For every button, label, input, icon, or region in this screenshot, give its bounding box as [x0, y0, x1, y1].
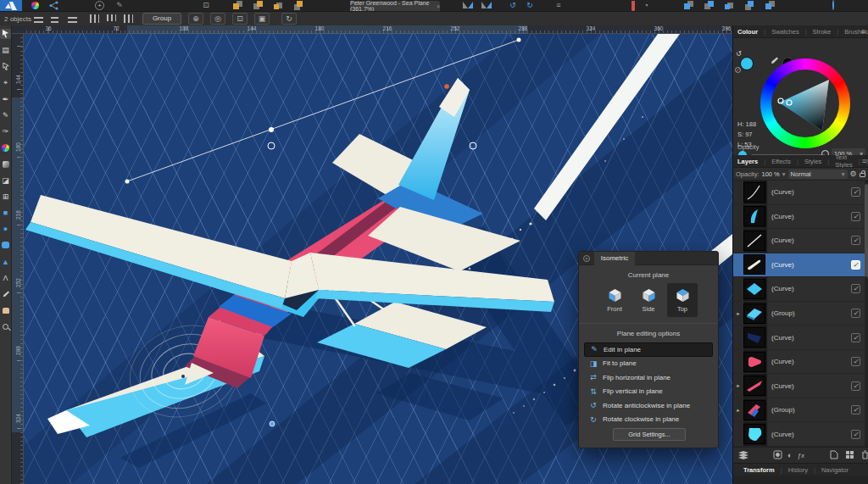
snapping-magnet-icon[interactable] [627, 1, 639, 10]
rectangle-tool[interactable]: ■ [0, 208, 11, 218]
layer-visibility-checkbox[interactable]: ✓ [851, 284, 860, 293]
triangle-tool[interactable]: ▲ [0, 257, 11, 267]
layer-thumbnail[interactable] [743, 424, 765, 444]
fill-colour-swatch[interactable] [740, 57, 754, 70]
colour-picker-tool[interactable] [0, 289, 11, 299]
layer-row[interactable]: (Curve) ✓ [733, 205, 868, 230]
colour-wheel[interactable] [760, 58, 850, 148]
layer-settings-gear-icon[interactable]: ⚙ [850, 170, 857, 178]
panel-menu-icon[interactable]: ≡ [861, 27, 865, 36]
delete-layer-icon[interactable] [861, 450, 868, 461]
layer-thumbnail[interactable] [743, 182, 765, 203]
document-tab[interactable]: Peter Greenwood - Sea Plane (361.7%) × [350, 1, 440, 11]
node-handle[interactable] [270, 421, 275, 426]
place-image-tool[interactable]: ◪ [0, 175, 11, 186]
layer-row[interactable]: ► (Group) ✓ [733, 302, 868, 326]
fit-to-plane-option[interactable]: ◨ Fit to plane [584, 357, 713, 371]
rotate-ccw-icon[interactable]: ↺ [507, 1, 519, 10]
move-by-whole-pixels-icon[interactable] [607, 1, 619, 10]
layer-thumbnail[interactable] [743, 303, 765, 324]
isometric-panel-titlebar[interactable]: × Isometric [579, 252, 718, 265]
expand-icon[interactable]: ► [733, 383, 743, 388]
document-close-icon[interactable]: × [437, 3, 440, 9]
layer-thumbnail[interactable] [743, 231, 765, 251]
geometry-full-icon[interactable] [807, 1, 819, 10]
node-tool[interactable] [0, 61, 11, 71]
show-grid-icon[interactable] [159, 1, 171, 10]
grid-settings-button[interactable]: Grid Settings... [613, 428, 686, 441]
tab-effects[interactable]: Effects [771, 158, 791, 165]
layer-visibility-checkbox[interactable]: ✓ [851, 260, 860, 270]
tab-styles[interactable]: Styles [804, 158, 821, 165]
no-colour-swatch[interactable] [735, 67, 741, 73]
layer-stack-icon[interactable] [737, 450, 749, 461]
contour-tool[interactable]: ⌖ [0, 78, 11, 88]
transform-origin-icon[interactable]: ⊕ [188, 13, 203, 25]
layer-visibility-checkbox[interactable]: ✓ [851, 236, 860, 245]
select-box-icon[interactable]: ⊡ [232, 13, 248, 25]
boolean-combine-icon[interactable] [760, 1, 771, 10]
align-center-icon[interactable] [51, 14, 58, 23]
layer-thumbnail[interactable] [743, 254, 765, 275]
boolean-subtract-icon[interactable] [698, 1, 710, 10]
vector-crop-tool[interactable]: ⊞ [0, 192, 11, 202]
align-right-icon[interactable] [68, 14, 77, 23]
vector-brush-tool[interactable]: ✑ [0, 126, 11, 136]
rotation-handle[interactable] [268, 142, 275, 149]
caret-down-icon[interactable]: ▾ [782, 170, 786, 178]
horizontal-ruler[interactable]: 36 72 108 144 180 216 252 288 324 360 39… [24, 25, 732, 34]
layer-row[interactable]: (Curve) ✓ [733, 422, 868, 447]
snapping-caret-icon[interactable]: ▾ [641, 1, 653, 10]
selection-handle[interactable] [125, 180, 130, 184]
align-bottom-icon[interactable] [124, 14, 133, 23]
view-tool[interactable] [0, 305, 11, 315]
layer-visibility-checkbox[interactable]: ✓ [851, 430, 860, 439]
layer-thumbnail[interactable] [743, 376, 765, 396]
artboard-tool[interactable]: ▤ [0, 45, 11, 55]
ellipse-tool[interactable]: ● [0, 224, 11, 234]
layer-visibility-checkbox[interactable]: ✓ [851, 381, 860, 391]
tab-colour[interactable]: Colour [737, 28, 758, 36]
corner-tool[interactable]: Λ [0, 273, 11, 283]
pixel-persona-icon[interactable] [29, 1, 41, 10]
layers-scrollbar[interactable] [865, 181, 868, 447]
align-left-icon[interactable] [34, 14, 43, 23]
fill-tool[interactable] [0, 142, 11, 153]
flip-vertical-in-plane-option[interactable]: ⇅ Flip vertical in plane [584, 385, 713, 399]
colour-triangle[interactable] [760, 58, 850, 148]
pencil-tool[interactable]: ✎ [0, 110, 11, 120]
add-group-icon[interactable] [845, 450, 854, 461]
geometry-half-icon[interactable] [827, 1, 839, 10]
expand-icon[interactable]: ► [733, 408, 743, 413]
app-logo-icon[interactable] [0, 0, 22, 11]
layer-row[interactable]: ► (Curve) ✓ [733, 374, 868, 398]
force-pixel-alignment-icon[interactable] [587, 1, 598, 10]
transparency-tool[interactable] [0, 159, 11, 170]
plane-top-button[interactable]: Top [667, 283, 698, 317]
edit-all-layers-icon[interactable]: ▣ [254, 13, 270, 25]
boolean-divide-icon[interactable] [739, 1, 751, 10]
blend-mode-dropdown[interactable]: Normal ▾ [788, 170, 848, 179]
alignment-menu-icon[interactable]: ≡ [553, 1, 565, 10]
hide-selection-icon[interactable]: ◎ [210, 13, 225, 25]
add-layer-icon[interactable] [830, 450, 838, 461]
align-middle-icon[interactable] [107, 14, 116, 21]
mask-layer-icon[interactable] [773, 450, 782, 461]
tab-swatches[interactable]: Swatches [771, 28, 799, 36]
flip-vertical-icon[interactable] [481, 1, 492, 10]
scrollbar-thumb[interactable] [865, 184, 868, 277]
vertical-ruler[interactable]: 144 180 216 252 288 324 [12, 34, 24, 484]
tab-text-styles[interactable]: Text Styles [835, 153, 852, 169]
tab-history[interactable]: History [788, 466, 808, 474]
adjustment-layer-icon[interactable]: ◐ [787, 451, 792, 459]
expand-icon[interactable]: ► [733, 311, 743, 316]
pen-tool[interactable]: ✒ [0, 94, 11, 104]
geometry-quarter-icon[interactable] [848, 1, 860, 10]
zoom-tool[interactable] [0, 321, 11, 331]
pixel-view-icon[interactable]: ⊡ [200, 1, 212, 10]
layer-visibility-checkbox[interactable]: ✓ [851, 187, 860, 197]
layer-row[interactable]: ► (Group) ✓ [733, 398, 868, 423]
tab-layers[interactable]: Layers [737, 158, 758, 165]
plane-front-button[interactable]: Front [599, 283, 630, 317]
layer-row[interactable]: (Curve) ✓ [733, 277, 868, 302]
